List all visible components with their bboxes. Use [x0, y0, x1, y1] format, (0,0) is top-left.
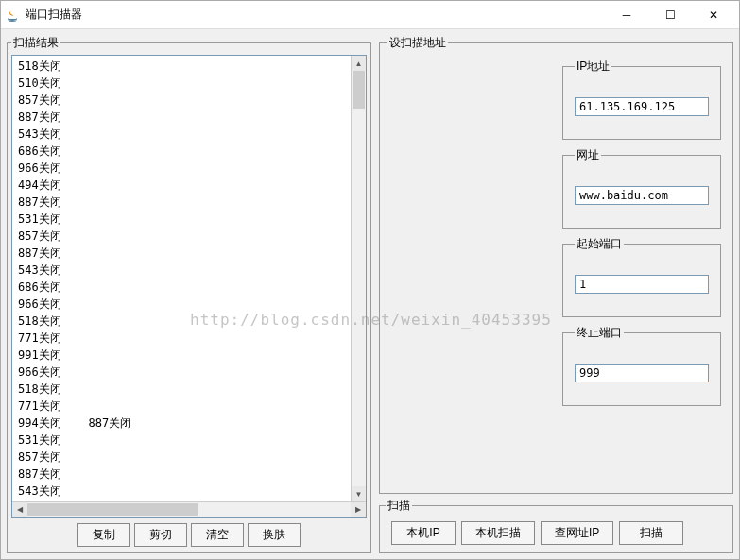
- settings-group: 设扫描地址 IP地址 网址 起始端口 终止端口: [379, 35, 733, 494]
- end-port-group: 终止端口: [562, 325, 721, 406]
- scroll-up-icon[interactable]: ▲: [352, 56, 366, 71]
- url-group: 网址: [562, 147, 721, 229]
- scan-group: 扫描 本机IP 本机扫描 查网址IP 扫描: [379, 498, 733, 553]
- start-port-input[interactable]: [575, 275, 709, 294]
- scrollbar-vertical[interactable]: ▲ ▼: [351, 56, 366, 501]
- window-title: 端口扫描器: [26, 7, 605, 23]
- results-legend: 扫描结果: [11, 35, 60, 51]
- scrollbar-horizontal[interactable]: ◀ ▶: [12, 501, 366, 517]
- right-panel: 设扫描地址 IP地址 网址 起始端口 终止端口: [377, 33, 735, 555]
- copy-button[interactable]: 复制: [77, 523, 130, 547]
- scroll-right-icon[interactable]: ▶: [351, 502, 366, 517]
- lookup-url-button[interactable]: 查网址IP: [541, 521, 613, 545]
- clear-button[interactable]: 清空: [191, 523, 244, 547]
- results-buttons: 复制 剪切 清空 换肤: [11, 518, 367, 549]
- results-textarea[interactable]: 518关闭 510关闭 857关闭 887关闭 543关闭 686关闭 966关…: [11, 55, 367, 518]
- left-panel: 扫描结果 518关闭 510关闭 857关闭 887关闭 543关闭 686关闭…: [5, 33, 373, 555]
- content-area: http://blog.csdn.net/weixin_40453395 扫描结…: [1, 29, 739, 559]
- cut-button[interactable]: 剪切: [134, 523, 187, 547]
- main-window: 端口扫描器 ─ ☐ ✕ http://blog.csdn.net/weixin_…: [0, 0, 740, 560]
- url-input[interactable]: [575, 186, 709, 205]
- url-legend: 网址: [575, 147, 601, 163]
- results-group: 扫描结果 518关闭 510关闭 857关闭 887关闭 543关闭 686关闭…: [7, 35, 371, 553]
- window-controls: ─ ☐ ✕: [605, 1, 735, 29]
- local-ip-button[interactable]: 本机IP: [391, 521, 456, 545]
- end-port-input[interactable]: [575, 364, 709, 382]
- close-button[interactable]: ✕: [692, 1, 735, 29]
- results-text[interactable]: 518关闭 510关闭 857关闭 887关闭 543关闭 686关闭 966关…: [12, 56, 366, 517]
- ip-input[interactable]: [575, 97, 709, 116]
- scan-legend: 扫描: [386, 498, 412, 514]
- settings-legend: 设扫描地址: [387, 35, 448, 51]
- ip-legend: IP地址: [575, 59, 611, 75]
- scroll-thumb-h[interactable]: [27, 503, 198, 516]
- scroll-left-icon[interactable]: ◀: [12, 502, 27, 517]
- start-port-group: 起始端口: [562, 236, 721, 317]
- start-port-legend: 起始端口: [575, 236, 624, 252]
- scan-buttons: 本机IP 本机扫描 查网址IP 扫描: [386, 519, 727, 547]
- end-port-legend: 终止端口: [575, 325, 624, 341]
- scroll-down-icon[interactable]: ▼: [352, 486, 366, 501]
- scan-button[interactable]: 扫描: [619, 521, 683, 545]
- scroll-thumb-v[interactable]: [353, 71, 365, 109]
- ip-group: IP地址: [562, 59, 721, 140]
- minimize-button[interactable]: ─: [605, 1, 648, 29]
- local-scan-button[interactable]: 本机扫描: [461, 521, 535, 545]
- titlebar: 端口扫描器 ─ ☐ ✕: [1, 1, 739, 29]
- java-icon: [5, 8, 20, 23]
- skin-button[interactable]: 换肤: [248, 523, 301, 547]
- maximize-button[interactable]: ☐: [648, 1, 692, 29]
